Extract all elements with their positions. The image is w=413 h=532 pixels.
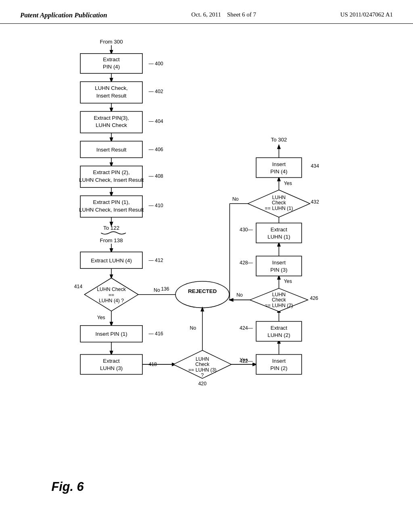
- svg-text:— 404: — 404: [148, 118, 163, 124]
- svg-text:— 410: — 410: [148, 203, 163, 208]
- svg-text:No: No: [236, 292, 243, 298]
- diagram-area: From 300 Extract PIN (4) — 400 LUHN Chec…: [0, 24, 413, 507]
- svg-text:No: No: [190, 325, 196, 331]
- svg-text:Insert Result: Insert Result: [96, 93, 127, 99]
- publication-date: Oct. 6, 2011: [191, 11, 221, 18]
- svg-text:LUHN Check: LUHN Check: [96, 122, 127, 128]
- svg-text:No: No: [154, 287, 160, 293]
- svg-text:LUHN: LUHN: [196, 356, 209, 362]
- svg-text:Check: Check: [272, 200, 286, 206]
- svg-text:PIN (3): PIN (3): [270, 267, 287, 273]
- page-header: Patent Application Publication Oct. 6, 2…: [0, 0, 413, 24]
- svg-text:PIN (4): PIN (4): [270, 168, 287, 175]
- svg-text:Yes: Yes: [284, 181, 292, 186]
- svg-text:Check: Check: [272, 297, 286, 303]
- svg-text:LUHN Check: LUHN Check: [97, 287, 126, 292]
- svg-text:424—: 424—: [240, 325, 253, 331]
- svg-text:434: 434: [311, 163, 319, 169]
- svg-text:Insert PIN (1): Insert PIN (1): [95, 331, 127, 337]
- date-sheet: Oct. 6, 2011 Sheet 6 of 7: [191, 11, 256, 18]
- svg-text:Extract PIN(3),: Extract PIN(3),: [94, 115, 129, 121]
- svg-text:No: No: [232, 196, 239, 202]
- svg-text:428—: 428—: [240, 260, 253, 266]
- svg-text:PIN (4): PIN (4): [103, 64, 120, 70]
- svg-text:== LUHN (1): == LUHN (1): [265, 206, 293, 211]
- svg-text:== LUHN (3): == LUHN (3): [188, 367, 217, 373]
- svg-text:From 300: From 300: [100, 39, 123, 45]
- svg-text:Extract: Extract: [271, 325, 288, 331]
- svg-text:Extract PIN (1),: Extract PIN (1),: [93, 199, 130, 205]
- svg-text:Yes: Yes: [284, 278, 292, 284]
- svg-text:LUHN (3): LUHN (3): [100, 365, 123, 371]
- svg-text:PIN (2): PIN (2): [270, 365, 287, 371]
- svg-text:430—: 430—: [240, 227, 253, 233]
- svg-text:Extract: Extract: [103, 358, 120, 364]
- svg-text:== LUHN (2): == LUHN (2): [265, 303, 293, 308]
- svg-text:Check: Check: [195, 362, 210, 367]
- svg-text:LUHN Check, Insert Result: LUHN Check, Insert Result: [79, 177, 144, 183]
- svg-text:420: 420: [198, 381, 206, 387]
- svg-text:LUHN (2): LUHN (2): [267, 332, 290, 338]
- svg-text:Extract LUHN (4): Extract LUHN (4): [91, 258, 131, 264]
- svg-text:?: ?: [201, 372, 204, 378]
- patent-number: US 2011/0247062 A1: [340, 11, 393, 18]
- svg-text:Extract: Extract: [103, 56, 120, 62]
- svg-text:Insert: Insert: [272, 358, 286, 364]
- svg-text:— 416: — 416: [148, 331, 163, 337]
- svg-text:Insert: Insert: [272, 260, 286, 266]
- svg-text:426: 426: [310, 295, 318, 301]
- svg-text:To 302: To 302: [271, 137, 287, 143]
- svg-text:432: 432: [311, 199, 319, 205]
- publication-title: Patent Application Publication: [20, 11, 107, 19]
- svg-text:Insert Result: Insert Result: [96, 147, 127, 153]
- svg-text:REJECTED: REJECTED: [188, 288, 217, 294]
- svg-text:— 402: — 402: [148, 89, 163, 94]
- svg-text:Extract PIN (2),: Extract PIN (2),: [93, 169, 130, 175]
- svg-text:LUHN (4) ?: LUHN (4) ?: [99, 298, 124, 303]
- sheet-info: Sheet 6 of 7: [227, 11, 256, 18]
- svg-text:LUHN Check, Insert Result: LUHN Check, Insert Result: [79, 207, 144, 213]
- svg-text:— 406: — 406: [148, 147, 163, 152]
- svg-text:Yes: Yes: [97, 315, 105, 320]
- svg-point-62: [175, 281, 229, 308]
- svg-text:Extract: Extract: [271, 227, 288, 233]
- svg-text:422—: 422—: [240, 358, 253, 364]
- svg-text:LUHN (1): LUHN (1): [267, 234, 290, 240]
- svg-text:Fig. 6: Fig. 6: [51, 480, 84, 494]
- svg-text:LUHN: LUHN: [272, 292, 286, 297]
- svg-text:136: 136: [161, 286, 169, 292]
- svg-text:414: 414: [74, 284, 83, 289]
- svg-text:LUHN Check,: LUHN Check,: [95, 85, 127, 91]
- svg-text:To 122: To 122: [103, 225, 119, 231]
- svg-text:— 400: — 400: [148, 61, 163, 66]
- svg-text:LUHN: LUHN: [272, 195, 286, 200]
- svg-text:From 138: From 138: [100, 237, 123, 243]
- svg-text:— 412: — 412: [148, 258, 163, 263]
- svg-text:— 408: — 408: [148, 173, 163, 179]
- svg-text:Insert: Insert: [272, 161, 286, 167]
- flowchart-svg: From 300 Extract PIN (4) — 400 LUHN Chec…: [0, 24, 413, 507]
- svg-text:==: ==: [108, 292, 114, 298]
